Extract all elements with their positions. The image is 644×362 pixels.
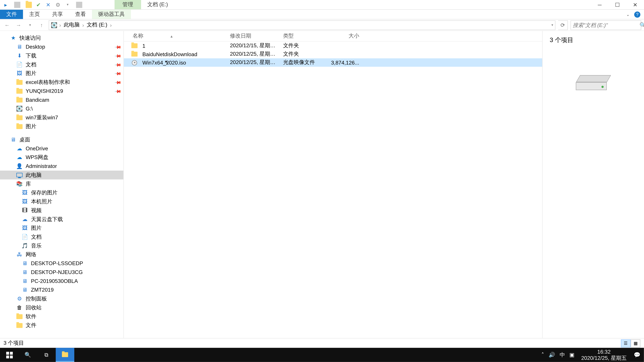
column-name[interactable]: 名称▲ [131, 32, 228, 40]
forward-button[interactable]: → [14, 21, 23, 29]
volume-icon[interactable]: 🔊 [548, 352, 555, 358]
chevron-right-icon[interactable]: › [81, 22, 85, 28]
nav-label: 天翼云盘下载 [31, 216, 63, 223]
action-center-icon[interactable]: 💬 [634, 352, 640, 358]
qat-settings-icon[interactable]: ⚙ [55, 1, 61, 8]
up-button[interactable]: ↑ [37, 21, 46, 29]
cell-type: 文件夹 [281, 42, 326, 50]
breadcrumb[interactable]: 💽 › 此电脑 › 文档 (E:) › ▾ [49, 20, 556, 30]
help-icon[interactable]: ? [634, 11, 640, 17]
folder-icon [16, 123, 23, 130]
nav-control-panel[interactable]: ⚙控制面板 [0, 294, 124, 303]
nav-g-drive[interactable]: 💽G:\ [0, 104, 124, 113]
nav-net3[interactable]: 🖥PC-20190530OBLA [0, 277, 124, 286]
cell-date: 2020/12/25, 星期五 1... [228, 50, 281, 58]
nav-net2[interactable]: 🖥DESKTOP-NJEU3CG [0, 268, 124, 277]
tab-file[interactable]: 文件 [0, 10, 23, 19]
nav-desktop-group[interactable]: 🖥桌面 [0, 135, 124, 144]
ribbon-tabs: 文件 主页 共享 查看 驱动器工具 ⌄ ? [0, 10, 644, 19]
nav-bandicam[interactable]: Bandicam [0, 95, 124, 104]
tab-home[interactable]: 主页 [23, 10, 46, 19]
nav-pictures-3[interactable]: 🖼图片 [0, 224, 124, 232]
column-type[interactable]: 类型 [281, 32, 326, 40]
file-row[interactable]: 12020/12/15, 星期二 1...文件夹 [124, 41, 542, 50]
view-thumbnails-button[interactable]: ▦ [630, 339, 640, 347]
navigation-pane[interactable]: ★快速访问 🖥Desktop📌 ⬇下载📌 📄文档📌 🖼图片📌 excel表格制作… [0, 31, 124, 338]
file-row[interactable]: BaiduNetdiskDownload2020/12/25, 星期五 1...… [124, 50, 542, 58]
qat-dropdown-icon[interactable]: ▾ [64, 1, 71, 8]
tray-overflow-icon[interactable]: ˄ [541, 352, 544, 358]
svg-rect-2 [6, 355, 9, 358]
chevron-right-icon[interactable]: › [58, 22, 62, 28]
search-icon[interactable]: 🔍 [640, 22, 644, 28]
breadcrumb-drive-e[interactable]: 文档 (E:) [86, 21, 108, 29]
nav-network[interactable]: 🖧网络 [0, 250, 124, 259]
search-input[interactable] [573, 22, 640, 28]
tray-app-icon[interactable]: ▣ [569, 352, 574, 358]
column-date[interactable]: 修改日期 [228, 32, 281, 40]
nav-label: ZMT2019 [31, 287, 54, 293]
cell-name: 1 [141, 42, 228, 49]
tab-view[interactable]: 查看 [69, 10, 92, 19]
ime-indicator[interactable]: 中 [560, 351, 565, 359]
view-details-button[interactable]: ☰ [621, 339, 630, 347]
nav-onedrive[interactable]: ☁OneDrive [0, 144, 124, 153]
nav-downloads[interactable]: ⬇下载📌 [0, 51, 124, 60]
chevron-right-icon[interactable]: › [109, 22, 112, 28]
nav-label: 文档 [26, 61, 36, 68]
contextual-tab-manage[interactable]: 管理 [114, 0, 141, 9]
nav-yunqishi[interactable]: YUNQISHI2019📌 [0, 87, 124, 95]
nav-wps[interactable]: ☁WPS网盘 [0, 153, 124, 162]
sort-asc-icon: ▲ [170, 34, 174, 38]
cloud-icon: ☁ [16, 154, 23, 161]
nav-music[interactable]: 🎵音乐 [0, 241, 124, 250]
nav-library[interactable]: 📚库 [0, 179, 124, 188]
nav-net1[interactable]: 🖥DESKTOP-LSSOEDP [0, 259, 124, 268]
nav-quick-access[interactable]: ★快速访问 [0, 33, 124, 42]
nav-admin[interactable]: 👤Administrator [0, 162, 124, 171]
nav-label: 此电脑 [26, 171, 42, 179]
close-button[interactable]: ✕ [626, 0, 644, 9]
nav-saved-pics[interactable]: 🖼保存的图片 [0, 188, 124, 197]
explorer-task-button[interactable] [56, 348, 74, 362]
back-button[interactable]: ← [3, 21, 12, 29]
qat-close-icon[interactable]: ✕ [45, 1, 51, 8]
maximize-button[interactable]: ☐ [608, 0, 626, 9]
col-label: 名称 [133, 33, 143, 39]
addr-dropdown-icon[interactable]: ▾ [552, 23, 553, 27]
collapse-ribbon-icon[interactable]: ⌄ [626, 12, 630, 16]
nav-this-pc[interactable]: 此电脑 [0, 171, 124, 179]
nav-recycle[interactable]: 🗑回收站 [0, 303, 124, 312]
nav-videos[interactable]: 🎞视频 [0, 206, 124, 215]
file-row[interactable]: Win7x64_2020.iso2020/12/25, 星期五 1...光盘映像… [124, 58, 542, 67]
nav-camera-roll[interactable]: 🖼本机照片 [0, 197, 124, 206]
task-view-button[interactable]: ⧉ [37, 348, 56, 362]
nav-software[interactable]: 软件 [0, 312, 124, 321]
breadcrumb-this-pc[interactable]: 此电脑 [63, 21, 80, 29]
pc-icon: 🖥 [21, 278, 28, 285]
column-size[interactable]: 大小 [326, 32, 361, 40]
window-title: 文档 (E:) [141, 0, 174, 9]
nav-excel[interactable]: excel表格制作求和📌 [0, 78, 124, 87]
nav-desktop[interactable]: 🖥Desktop📌 [0, 42, 124, 51]
nav-documents[interactable]: 📄文档📌 [0, 60, 124, 69]
nav-win7reinstall[interactable]: win7重装win7 [0, 113, 124, 122]
nav-documents-2[interactable]: 📄文档 [0, 232, 124, 241]
qat-folder-icon[interactable] [26, 1, 32, 8]
download-icon: ⬇ [16, 52, 23, 59]
tab-share[interactable]: 共享 [46, 10, 69, 19]
clock[interactable]: 16:32 2020/12/25, 星期五 [578, 349, 630, 361]
nav-pictures-2[interactable]: 图片 [0, 122, 124, 131]
recent-dropdown-icon[interactable]: ▾ [26, 21, 34, 29]
tab-drive-tools[interactable]: 驱动器工具 [92, 10, 131, 19]
nav-pictures[interactable]: 🖼图片📌 [0, 69, 124, 78]
qat-check-icon[interactable]: ✔ [36, 1, 42, 8]
nav-file-folder[interactable]: 文件 [0, 321, 124, 330]
nav-net4[interactable]: 🖥ZMT2019 [0, 286, 124, 295]
search-box[interactable]: 🔍 [570, 20, 641, 30]
nav-tianyun[interactable]: ☁天翼云盘下载 [0, 215, 124, 224]
minimize-button[interactable]: ─ [591, 0, 608, 9]
search-button[interactable]: 🔍 [18, 348, 37, 362]
start-button[interactable] [0, 348, 18, 362]
refresh-button[interactable]: ⟳ [558, 20, 568, 30]
